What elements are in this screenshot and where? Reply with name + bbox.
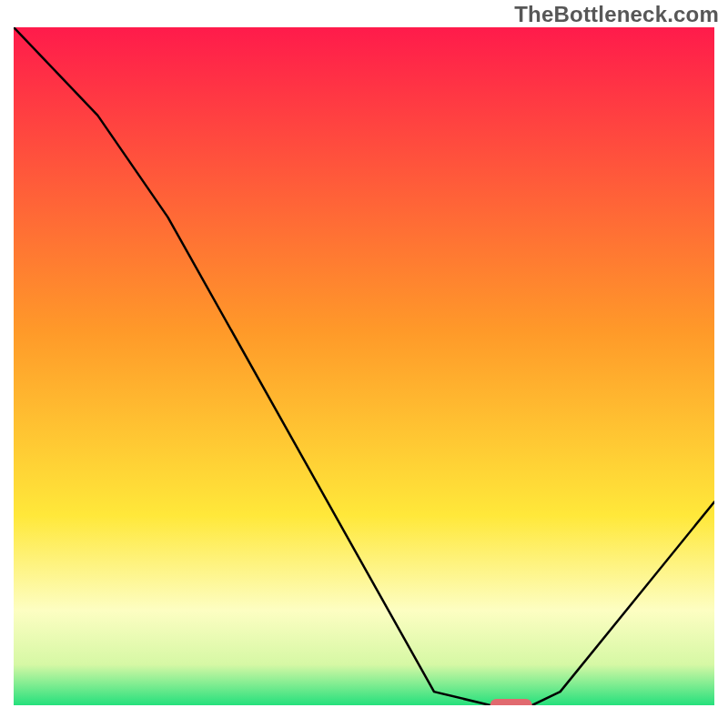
chart-plot-area bbox=[14, 27, 714, 705]
watermark-text: TheBottleneck.com bbox=[514, 2, 719, 27]
optimum-marker bbox=[490, 699, 532, 705]
gradient-background bbox=[14, 27, 714, 705]
chart-stage: TheBottleneck.com bbox=[0, 0, 728, 728]
chart-svg bbox=[14, 27, 714, 705]
